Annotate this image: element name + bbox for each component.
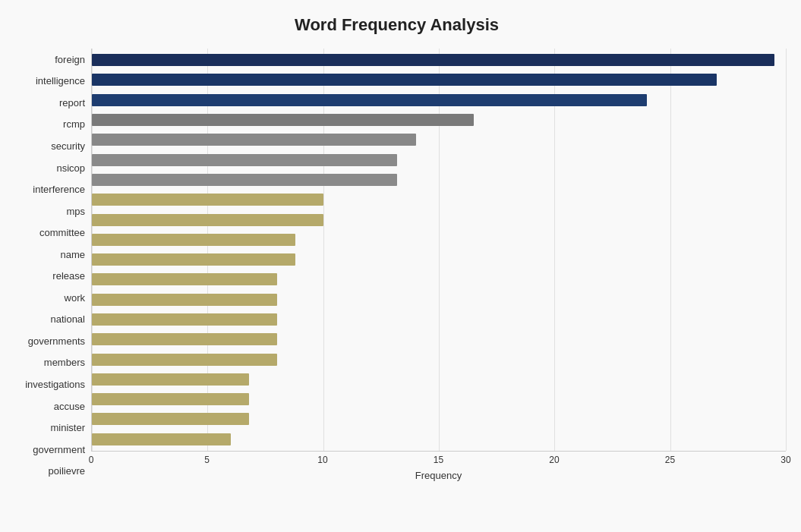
bar-row <box>92 152 786 168</box>
bar <box>92 294 277 306</box>
bar <box>92 154 397 166</box>
y-label: name <box>60 246 85 263</box>
y-axis: foreignintelligencereportrcmpsecuritynsi… <box>8 49 91 482</box>
bar <box>92 313 277 326</box>
bar <box>92 174 397 186</box>
bar <box>92 273 277 285</box>
bar-row <box>92 172 786 188</box>
y-label: members <box>44 354 85 371</box>
bar <box>92 333 277 345</box>
y-label: report <box>59 94 85 111</box>
bar <box>92 393 249 405</box>
bar <box>92 194 323 206</box>
y-label: release <box>52 268 85 285</box>
bar <box>92 74 717 86</box>
chart-title: Word Frequency Analysis <box>8 8 786 49</box>
y-label: governments <box>28 332 85 349</box>
bar-row <box>92 311 786 328</box>
y-label: security <box>51 137 85 154</box>
bar-row <box>92 212 786 228</box>
bars-area <box>91 49 786 452</box>
x-tick: 0 <box>89 455 94 465</box>
bar-row <box>92 291 786 308</box>
bar-row <box>92 351 786 368</box>
bar-row <box>92 231 786 248</box>
bar-row <box>92 391 786 408</box>
y-label: accuse <box>54 398 85 414</box>
bar-row <box>92 331 786 348</box>
y-label: mps <box>66 203 85 219</box>
y-label: interference <box>33 181 85 198</box>
bar-row <box>92 52 786 68</box>
y-label: poilievre <box>49 463 85 480</box>
y-label: national <box>50 311 85 328</box>
bar <box>92 234 295 246</box>
bar-row <box>92 371 786 388</box>
bar <box>92 54 774 66</box>
bar <box>92 114 474 126</box>
x-axis-label: Frequency <box>91 470 786 481</box>
bar-row <box>92 71 786 88</box>
y-label: nsicop <box>56 159 85 176</box>
bar-row <box>92 112 786 128</box>
grid-line <box>786 49 787 451</box>
x-tick: 25 <box>665 455 675 465</box>
bar-row <box>92 411 786 427</box>
bar <box>92 134 416 146</box>
y-label: rcmp <box>63 116 85 133</box>
x-tick: 30 <box>781 455 790 465</box>
y-label: work <box>65 289 85 306</box>
y-label: intelligence <box>36 73 85 90</box>
chart-container: Word Frequency Analysis foreignintellige… <box>0 0 801 532</box>
bar-row <box>92 92 786 109</box>
y-label: foreign <box>55 51 85 68</box>
x-tick: 5 <box>204 455 210 465</box>
bars-and-xaxis: 051015202530 Frequency <box>91 49 786 482</box>
bar <box>92 94 647 106</box>
bar <box>92 214 323 226</box>
y-label: investigations <box>25 376 85 392</box>
y-label: government <box>33 441 85 458</box>
bar <box>92 433 231 445</box>
bar <box>92 354 277 366</box>
bar-row <box>92 251 786 268</box>
x-tick: 10 <box>317 455 327 465</box>
bar <box>92 253 295 266</box>
x-axis: 051015202530 Frequency <box>91 452 786 482</box>
bar-row <box>92 131 786 148</box>
bar <box>92 373 249 386</box>
x-tick: 15 <box>434 455 443 465</box>
bar-row <box>92 271 786 288</box>
bar-row <box>92 191 786 208</box>
bar-row <box>92 431 786 448</box>
bar <box>92 413 249 425</box>
chart-area: foreignintelligencereportrcmpsecuritynsi… <box>8 49 786 482</box>
x-tick: 20 <box>549 455 559 465</box>
y-label: committee <box>39 225 85 241</box>
y-label: minister <box>50 420 85 436</box>
